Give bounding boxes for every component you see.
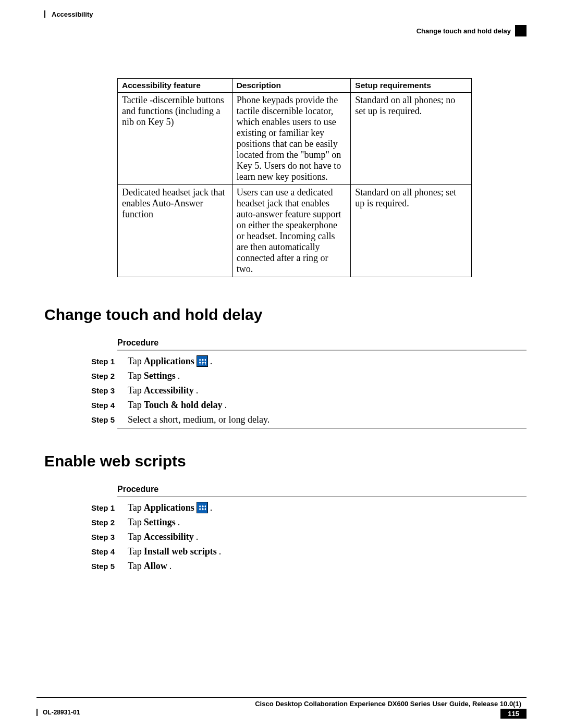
cell-setup: Standard on all phones; set up is requir… <box>351 185 472 277</box>
step-label: Step 4 <box>91 401 128 410</box>
page-header: Accessibility Change touch and hold dela… <box>44 10 527 39</box>
step-body: Tap Allow. <box>128 561 172 572</box>
footer-bar-icon <box>36 709 38 716</box>
step-body: Select a short, medium, or long delay. <box>128 414 270 425</box>
footer-rule <box>36 697 527 698</box>
step-body: Tap Settings. <box>128 517 180 528</box>
header-left: Accessibility <box>52 10 93 18</box>
step-row: Step 3 Tap Accessibility. <box>91 530 527 543</box>
applications-icon <box>197 355 208 367</box>
procedure-label: Procedure <box>117 338 527 348</box>
step-label: Step 1 <box>91 503 128 512</box>
step-row: Step 4 Tap Install web scripts. <box>91 545 527 558</box>
rule <box>117 496 527 497</box>
footer-title: Cisco Desktop Collaboration Experience D… <box>36 700 527 708</box>
step-row: Step 2 Tap Settings. <box>91 369 527 382</box>
table-row: Dedicated headset jack that enables Auto… <box>118 185 472 277</box>
steps-list-2: Step 1 Tap Applications . Step 2 Tap Set… <box>91 501 527 572</box>
step-body: Tap Settings. <box>128 371 180 381</box>
step-label: Step 5 <box>91 562 128 571</box>
step-body: Tap Accessibility. <box>128 532 198 542</box>
heading-change-delay: Change touch and hold delay <box>44 306 527 324</box>
page-number: 115 <box>500 709 527 719</box>
step-label: Step 2 <box>91 372 128 380</box>
step-label: Step 5 <box>91 415 128 424</box>
step-row: Step 1 Tap Applications . <box>91 501 527 514</box>
step-body: Tap Applications . <box>128 502 212 513</box>
accessibility-table: Accessibility feature Description Setup … <box>117 78 472 277</box>
cell-feature: Dedicated headset jack that enables Auto… <box>118 185 232 277</box>
heading-enable-web-scripts: Enable web scripts <box>44 452 527 470</box>
step-body: Tap Touch & hold delay. <box>128 400 227 411</box>
step-body: Tap Accessibility. <box>128 385 198 396</box>
rule <box>117 350 527 351</box>
steps-list-1: Step 1 Tap Applications . Step 2 Tap Set… <box>91 355 527 426</box>
step-row: Step 5 Select a short, medium, or long d… <box>91 413 527 426</box>
header-marker <box>44 10 45 18</box>
step-label: Step 3 <box>91 533 128 541</box>
cell-setup: Standard on all phones; no set up is req… <box>351 93 472 185</box>
th-setup: Setup requirements <box>351 79 472 93</box>
cell-description: Users can use a dedicated headset jack t… <box>232 185 351 277</box>
step-row: Step 2 Tap Settings. <box>91 516 527 528</box>
th-description: Description <box>232 79 351 93</box>
step-label: Step 3 <box>91 386 128 395</box>
page-footer: Cisco Desktop Collaboration Experience D… <box>36 697 527 719</box>
step-label: Step 4 <box>91 547 128 556</box>
rule <box>117 428 527 429</box>
th-feature: Accessibility feature <box>118 79 232 93</box>
step-row: Step 3 Tap Accessibility. <box>91 384 527 397</box>
step-row: Step 5 Tap Allow. <box>91 560 527 572</box>
header-block-icon <box>515 25 527 36</box>
step-label: Step 1 <box>91 357 128 366</box>
applications-icon <box>197 502 208 513</box>
cell-description: Phone keypads provide the tactile discer… <box>232 93 351 185</box>
step-body: Tap Applications . <box>128 355 212 367</box>
step-body: Tap Install web scripts. <box>128 546 221 557</box>
footer-code: OL-28931-01 <box>43 709 80 716</box>
procedure-label: Procedure <box>117 485 527 494</box>
step-row: Step 4 Tap Touch & hold delay. <box>91 399 527 411</box>
table-row: Tactile -discernible buttons and functio… <box>118 93 472 185</box>
header-right: Change touch and hold delay <box>417 27 511 35</box>
step-label: Step 2 <box>91 518 128 527</box>
cell-feature: Tactile -discernible buttons and functio… <box>118 93 232 185</box>
step-row: Step 1 Tap Applications . <box>91 355 527 367</box>
